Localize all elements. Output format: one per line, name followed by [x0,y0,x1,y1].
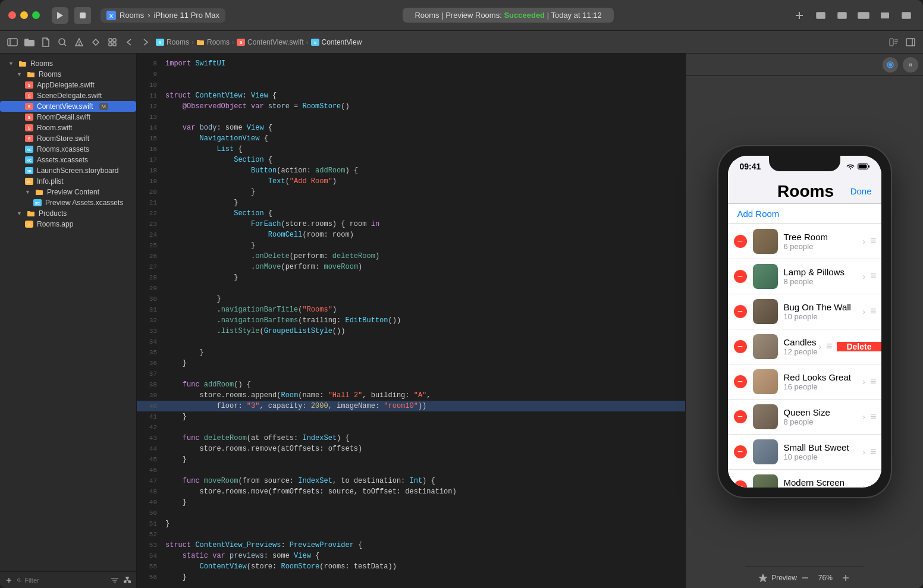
room-item-tree[interactable]: − Tree Room 6 people › ≡ [728,224,881,259]
breadcrumb-rooms-2[interactable]: Rooms [207,38,230,46]
remove-modern-button[interactable]: − [734,480,747,488]
remove-lamp-button[interactable]: − [734,270,747,283]
layout-button-1[interactable] [812,7,829,24]
delete-candles-button[interactable]: Delete [837,342,881,351]
ios-add-room[interactable]: Add Room [728,204,881,224]
code-line-13: 13 [137,112,685,122]
sidebar-label-room: Room.swift [37,124,72,132]
sort-button[interactable] [110,572,119,589]
preview-record-button[interactable] [883,57,898,73]
warning-icon[interactable] [73,36,86,49]
room-image-queen [753,404,778,429]
layout-button-2[interactable] [834,7,850,24]
panel-right-button[interactable] [877,7,893,24]
fullscreen-button[interactable] [32,11,40,19]
sidebar-item-preview-content[interactable]: ▼ Preview Content [0,187,136,197]
sidebar-item-roomdetail[interactable]: S RoomDetail.swift [0,112,136,122]
sidebar-item-rooms-xcassets[interactable]: XC Rooms.xcassets [0,144,136,155]
disclosure-rooms-folder: ▼ [17,71,22,77]
status-time: | Today at 11:12 [545,11,602,20]
folder-icon-si [18,60,27,67]
reorder-bug[interactable]: ≡ [870,305,877,317]
sidebar-toggle[interactable] [6,36,19,49]
add-button[interactable] [791,7,808,24]
search-icon[interactable] [56,36,69,49]
inspector-toggle[interactable] [904,36,917,49]
hierarchy-button[interactable] [123,572,131,589]
remove-bug-button[interactable]: − [734,305,747,318]
code-line-53: 53 struct ContentView_Previews: PreviewP… [137,540,685,551]
code-line-26: 26 .onDelete(perform: deleteRoom) [137,251,685,262]
zoom-in-button[interactable] [837,570,854,586]
remove-queen-button[interactable]: − [734,410,747,423]
layout-button-3[interactable] [855,7,872,24]
minimap-icon[interactable] [887,36,900,49]
remove-candles-button[interactable]: − [734,340,747,353]
sidebar-item-appdelegate[interactable]: S AppDelegate.swift [0,80,136,90]
sidebar-item-room[interactable]: S Room.swift [0,122,136,133]
sidebar-item-scenedelegate[interactable]: S SceneDelegate.swift [0,90,136,101]
battery-icon [858,163,869,169]
svg-rect-70 [124,581,126,583]
inspector-button[interactable] [898,7,915,24]
sidebar-item-preview-assets[interactable]: XC Preview Assets.xcassets [0,197,136,208]
sidebar-item-infoplist[interactable]: PL Info.plist [0,176,136,187]
room-item-bug[interactable]: − Bug On The Wall 10 people › ≡ [728,294,881,329]
sidebar-item-assets-xcassets[interactable]: XC Assets.xcassets [0,155,136,165]
svg-text:XC: XC [27,159,32,162]
scheme-selector[interactable]: X Rooms › iPhone 11 Pro Max [101,8,225,23]
reorder-tree[interactable]: ≡ [870,235,877,247]
room-item-queen[interactable]: − Queen Size 8 people › ≡ [728,400,881,435]
zoom-out-button[interactable] [797,570,814,586]
code-editor[interactable]: 8 import SwiftUI 9 10 11 struct ContentV… [137,54,685,588]
sidebar-item-launchscreen[interactable]: SB LaunchScreen.storyboard [0,165,136,176]
minimize-button[interactable] [20,11,28,19]
breadcrumb-rooms-1[interactable]: Rooms [167,38,189,46]
sidebar-item-rooms-root[interactable]: ▼ Rooms [0,58,136,69]
file-icon[interactable] [39,36,52,49]
remove-red-button[interactable]: − [734,375,747,388]
nav-forward[interactable] [139,36,152,49]
svg-rect-24 [109,43,112,46]
reorder-candles[interactable]: ≡ [826,340,833,353]
folder-icon[interactable] [23,36,36,49]
reorder-lamp[interactable]: ≡ [870,270,877,282]
remove-tree-button[interactable]: − [734,235,747,248]
reorder-small[interactable]: ≡ [870,445,877,458]
ios-done-button[interactable]: Done [850,186,872,196]
sidebar-item-rooms-folder[interactable]: ▼ Rooms [0,69,136,80]
preview-star-icon[interactable] [755,570,771,586]
room-item-modern[interactable]: − Modern Screen 7 people › ≡ [728,470,881,488]
room-item-small[interactable]: − Small But Sweet 10 people › ≡ [728,435,881,470]
folder-icon-pc [35,188,43,196]
breadcrumb-contentview[interactable]: ContentView [322,38,362,46]
sidebar-item-contentview[interactable]: S ContentView.swift M [0,101,136,112]
code-line-23: 23 ForEach(store.rooms) { room in [137,219,685,229]
filter-input[interactable] [24,577,106,584]
add-group-button[interactable] [5,572,14,589]
sidebar-item-roomstore[interactable]: S RoomStore.swift [0,133,136,144]
room-item-candles[interactable]: − Candles 12 people › ≡ Delete [728,329,881,364]
sidebar-item-rooms-app[interactable]: A Rooms.app [0,219,136,229]
code-line-15: 15 NavigationView { [137,133,685,144]
nav-back[interactable] [123,36,136,49]
reorder-modern[interactable]: ≡ [870,480,877,488]
sidebar-item-products[interactable]: ▼ Products [0,208,136,219]
room-item-red[interactable]: − Red Looks Great 16 people › ≡ [728,364,881,400]
room-info-queen: Queen Size 8 people [784,407,863,426]
room-name-bug: Bug On The Wall [784,302,863,312]
svg-rect-79 [911,63,912,66]
remove-small-button[interactable]: − [734,445,747,458]
reorder-queen[interactable]: ≡ [870,410,877,423]
preview-pause-button[interactable] [903,57,918,73]
room-count-candles: 12 people [784,347,819,356]
close-button[interactable] [8,11,16,19]
svg-text:S: S [28,115,31,120]
diamond-icon[interactable] [89,36,102,49]
stop-button[interactable] [74,7,91,24]
grid-icon[interactable] [106,36,119,49]
breadcrumb-contentview-swift[interactable]: ContentView.swift [247,38,304,46]
run-button[interactable] [52,7,68,24]
reorder-red[interactable]: ≡ [870,375,877,388]
room-item-lamp[interactable]: − Lamp & Pillows 8 people › ≡ [728,259,881,294]
